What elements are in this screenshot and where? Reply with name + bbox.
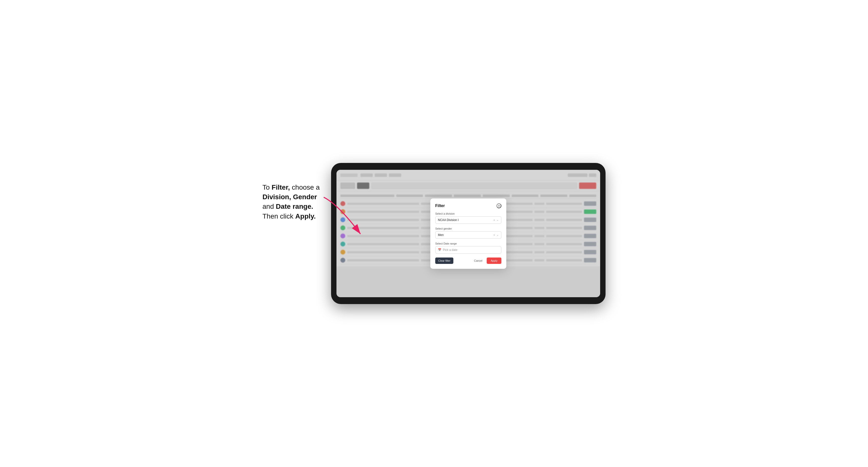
instruction-bold-options: Division, Gender	[262, 193, 317, 201]
clear-division-icon[interactable]: ×	[494, 219, 495, 221]
gender-value: Men	[438, 233, 443, 237]
filter-modal: Filter × Select a division NCAA Division…	[430, 198, 506, 269]
instruction-text-1: To	[262, 184, 272, 191]
modal-footer: Clear filter Cancel Apply	[435, 257, 501, 264]
instruction-text-4: Then click	[262, 212, 295, 220]
gender-select[interactable]: Men × ⌄	[435, 231, 501, 239]
instruction-bold-filter: Filter,	[272, 184, 290, 191]
gender-form-group: Select gender Men × ⌄	[435, 227, 501, 239]
instruction-bold-apply: Apply.	[295, 212, 316, 220]
instruction-text-3: and	[262, 203, 276, 210]
tablet-wrapper: Filter × Select a division NCAA Division…	[331, 163, 606, 304]
modal-close-button[interactable]: ×	[496, 204, 501, 208]
instruction-bold-date: Date range.	[276, 203, 313, 210]
chevron-down-icon: ⌄	[496, 233, 499, 237]
division-select[interactable]: NCAA Division I × ⌄	[435, 216, 501, 224]
chevron-down-icon: ⌄	[496, 218, 499, 221]
tablet-screen: Filter × Select a division NCAA Division…	[337, 170, 600, 297]
modal-overlay: Filter × Select a division NCAA Division…	[337, 170, 600, 297]
cancel-button[interactable]: Cancel	[471, 257, 485, 264]
instruction-panel: To Filter, choose a Division, Gender and…	[262, 163, 331, 221]
division-label: Select a division	[435, 212, 501, 215]
gender-select-controls: × ⌄	[494, 233, 499, 237]
division-value: NCAA Division I	[438, 218, 459, 222]
page-wrapper: To Filter, choose a Division, Gender and…	[262, 163, 606, 304]
modal-header: Filter ×	[435, 204, 501, 208]
date-range-input[interactable]: 📅 Pick a date	[435, 246, 501, 254]
division-form-group: Select a division NCAA Division I × ⌄	[435, 212, 501, 224]
tablet-frame: Filter × Select a division NCAA Division…	[331, 163, 606, 304]
date-label: Select Date range	[435, 242, 501, 245]
date-form-group: Select Date range 📅 Pick a date	[435, 242, 501, 254]
instruction-text-2: choose a	[292, 184, 320, 191]
apply-button[interactable]: Apply	[487, 257, 501, 264]
gender-label: Select gender	[435, 227, 501, 230]
date-placeholder: Pick a date	[443, 248, 457, 252]
division-select-controls: × ⌄	[494, 218, 499, 221]
clear-gender-icon[interactable]: ×	[494, 234, 495, 237]
modal-title: Filter	[435, 204, 445, 208]
clear-filter-button[interactable]: Clear filter	[435, 257, 453, 264]
footer-right-buttons: Cancel Apply	[471, 257, 501, 264]
calendar-icon: 📅	[438, 248, 441, 251]
